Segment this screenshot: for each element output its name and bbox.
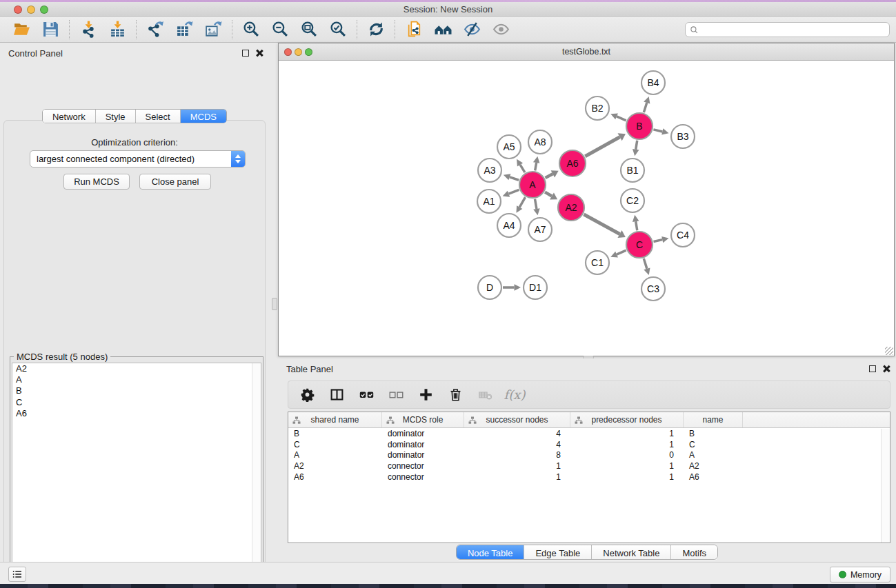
tab-network-table[interactable]: Network Table [592, 545, 671, 559]
edge-A-A6[interactable] [546, 174, 553, 178]
table-cell[interactable]: 1 [464, 461, 570, 471]
close-table-panel-icon[interactable] [882, 365, 890, 373]
memory-button[interactable]: Memory [830, 567, 890, 582]
mcds-result-item[interactable]: A [12, 374, 261, 385]
edge-A-A2[interactable] [545, 192, 552, 196]
eye-slash-button[interactable] [457, 19, 486, 41]
float-panel-icon[interactable] [242, 50, 249, 57]
tab-style[interactable]: Style [96, 110, 136, 123]
table-cell[interactable]: A [288, 450, 382, 460]
select-all-columns-button[interactable] [357, 386, 375, 404]
edge-A-A8[interactable] [535, 163, 537, 170]
edge-A-A3[interactable] [510, 177, 519, 180]
mcds-result-item[interactable]: B [12, 385, 261, 396]
float-table-panel-icon[interactable] [869, 365, 876, 372]
table-cell[interactable]: A6 [288, 472, 382, 482]
table-cell[interactable]: 1 [570, 461, 684, 471]
edge-B-B1[interactable] [636, 141, 637, 150]
edge-C-C1[interactable] [617, 250, 626, 254]
tab-edge-table[interactable]: Edge Table [524, 545, 592, 559]
unselect-all-columns-button[interactable] [387, 386, 405, 404]
table-cell[interactable]: 4 [464, 440, 570, 449]
table-options-gear-button[interactable] [298, 386, 316, 404]
run-mcds-button[interactable]: Run MCDS [63, 174, 130, 190]
table-cell[interactable]: dominator [382, 450, 464, 460]
table-cell[interactable]: A [684, 450, 743, 460]
table-cell[interactable]: 8 [464, 450, 570, 460]
zoom-out-button[interactable] [266, 19, 295, 41]
edge-B-B3[interactable] [653, 130, 662, 132]
table-row[interactable]: Adominator80A [288, 449, 890, 460]
edge-A2-C[interactable] [584, 214, 619, 234]
table-cell[interactable]: 1 [570, 472, 684, 482]
tab-mcds[interactable]: MCDS [181, 110, 226, 123]
edge-B-B4[interactable] [644, 103, 646, 112]
edge-A-A4[interactable] [519, 197, 525, 207]
table-cell[interactable]: C [288, 440, 382, 449]
export-network-button[interactable] [141, 19, 170, 41]
table-scrollbar[interactable] [881, 429, 890, 543]
refresh-layout-button[interactable] [361, 19, 390, 41]
edge-A-A1[interactable] [509, 190, 519, 194]
network-canvas[interactable]: B4B2BB3A8A5A6A3B1AA1C2A2A4A7C4CC1C3DD1 [279, 61, 894, 356]
mcds-result-item[interactable]: C [12, 397, 261, 408]
mcds-result-item[interactable]: A2 [12, 363, 261, 374]
add-column-button[interactable] [417, 386, 435, 404]
tab-node-table[interactable]: Node Table [457, 545, 525, 559]
open-folder-button[interactable] [7, 19, 36, 41]
table-cell[interactable]: 1 [570, 440, 684, 449]
import-network-button[interactable] [74, 19, 103, 41]
edge-C-C2[interactable] [636, 221, 637, 230]
column-header-successor-nodes[interactable]: successor nodes [464, 412, 570, 427]
show-columns-button[interactable] [328, 386, 346, 404]
table-cell[interactable]: 1 [570, 429, 684, 438]
edge-C-C3[interactable] [644, 258, 647, 269]
table-cell[interactable]: 0 [570, 450, 684, 460]
close-panel-icon[interactable] [255, 49, 263, 57]
edge-A-A7[interactable] [535, 199, 537, 209]
table-row[interactable]: Cdominator41C [288, 439, 890, 450]
table-cell[interactable]: 4 [464, 429, 570, 438]
search-input[interactable] [699, 23, 889, 36]
export-table-button[interactable] [170, 19, 199, 41]
eye-button[interactable] [486, 19, 515, 41]
column-header-MCDS-role[interactable]: MCDS role [382, 412, 464, 427]
tab-motifs[interactable]: Motifs [671, 545, 717, 559]
table-cell[interactable]: connector [382, 461, 464, 471]
table-cell[interactable]: A2 [684, 461, 743, 471]
edge-B-B2[interactable] [617, 116, 626, 121]
edge-A-A5[interactable] [520, 165, 525, 172]
optimization-criterion-select[interactable]: largest connected component (directed) [30, 150, 246, 168]
save-button[interactable] [36, 19, 65, 41]
edge-C-C4[interactable] [653, 240, 662, 242]
table-cell[interactable]: A6 [684, 472, 743, 482]
table-cell[interactable]: dominator [382, 440, 464, 449]
export-image-button[interactable] [199, 19, 228, 41]
vertical-splitter-grip[interactable] [272, 298, 277, 310]
table-cell[interactable]: 1 [464, 472, 570, 482]
tab-network[interactable]: Network [43, 110, 96, 123]
table-row[interactable]: A6connector11A6 [288, 472, 890, 483]
home-networks-button[interactable] [428, 19, 457, 41]
table-cell[interactable]: C [684, 440, 743, 449]
table-cell[interactable]: connector [382, 472, 464, 482]
import-table-button[interactable] [103, 19, 132, 41]
column-header-shared-name[interactable]: shared name [288, 412, 382, 427]
new-network-file-button[interactable] [399, 19, 428, 41]
column-header-name[interactable]: name [684, 412, 743, 427]
table-row[interactable]: Bdominator41B [288, 428, 890, 439]
zoom-fit-button[interactable] [295, 19, 323, 41]
table-cell[interactable]: B [288, 429, 382, 438]
close-panel-button[interactable]: Close panel [139, 174, 211, 190]
table-cell[interactable]: dominator [382, 429, 464, 438]
zoom-in-button[interactable] [237, 19, 266, 41]
mcds-list-scrollbar[interactable] [252, 363, 261, 588]
tab-select[interactable]: Select [136, 110, 181, 123]
task-history-button[interactable] [8, 567, 26, 582]
edge-A6-B[interactable] [585, 137, 619, 156]
zoom-selected-button[interactable] [323, 19, 352, 41]
column-header-predecessor-nodes[interactable]: predecessor nodes [570, 412, 684, 427]
table-row[interactable]: A2connector11A2 [288, 460, 890, 472]
resize-grip-icon[interactable] [885, 347, 893, 355]
table-cell[interactable]: A2 [288, 461, 382, 471]
